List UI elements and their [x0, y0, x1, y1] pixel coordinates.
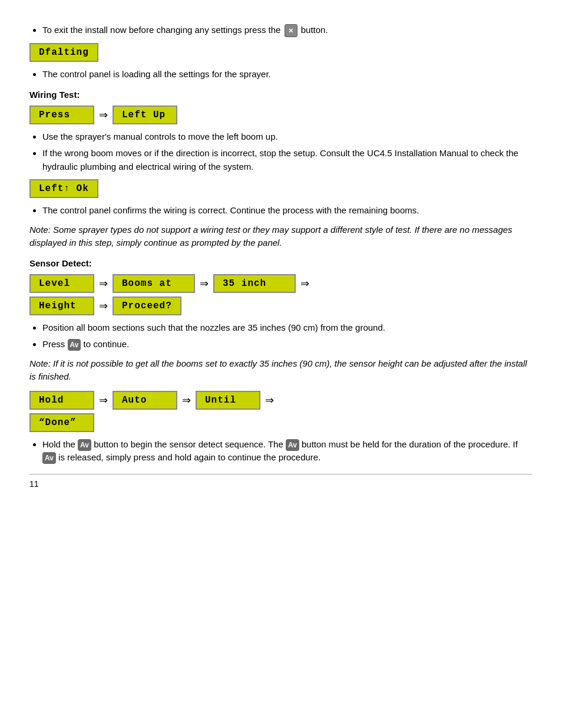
- lcd-booms-at: Booms at: [113, 274, 195, 293]
- bullet-confirms-wiring: The control panel confirms the wiring is…: [42, 204, 533, 218]
- arrow-icon-4: ⇒: [300, 277, 309, 290]
- lcd-left-up: Left Up: [113, 106, 177, 124]
- page-divider: [29, 474, 533, 475]
- lcd-35-inch: 35 inch: [213, 274, 296, 293]
- sensor-detect-heading: Sensor Detect:: [29, 258, 533, 268]
- page-number: 11: [29, 479, 533, 489]
- lcd-until: Until: [196, 391, 260, 410]
- bullet-press-av: Press Av to continue.: [42, 338, 533, 351]
- arrow-icon-2: ⇒: [99, 277, 108, 290]
- arrow-icon-7: ⇒: [182, 394, 191, 407]
- av-button-icon-3: Av: [286, 439, 299, 451]
- cancel-icon: ✕: [285, 24, 297, 37]
- bullet-exit-install: To exit the install now before changing …: [42, 24, 533, 37]
- av-button-icon-4: Av: [42, 452, 56, 464]
- arrow-icon-5: ⇒: [99, 299, 108, 312]
- wiring-test-lcd: Press ⇒ Left Up: [29, 106, 533, 124]
- bullet-wrong-boom: If the wrong boom moves or if the direct…: [42, 147, 533, 173]
- lcd-dfalting-row: Dfalting: [29, 43, 533, 62]
- hold-auto-until-lcd: Hold ⇒ Auto ⇒ Until ⇒ “Done”: [29, 391, 533, 432]
- left-ok-lcd: Left↑ Ok: [29, 179, 533, 198]
- lcd-dfalting: Dfalting: [29, 43, 98, 62]
- av-button-icon: Av: [68, 339, 81, 351]
- sensor-detect-lcd: Level ⇒ Booms at ⇒ 35 inch ⇒ Height ⇒ Pr…: [29, 274, 533, 315]
- lcd-auto: Auto: [113, 391, 177, 410]
- lcd-left-ok: Left↑ Ok: [29, 179, 98, 198]
- lcd-proceed: Proceed?: [113, 297, 181, 315]
- av-button-icon-2: Av: [78, 439, 91, 451]
- arrow-icon-8: ⇒: [265, 394, 274, 407]
- bullet-manual-controls: Use the sprayer's manual controls to mov…: [42, 130, 533, 144]
- wiring-test-heading: Wiring Test:: [29, 90, 533, 100]
- lcd-height: Height: [29, 297, 94, 315]
- bullet-loading-settings: The control panel is loading all the set…: [42, 68, 533, 81]
- arrow-icon-6: ⇒: [99, 394, 108, 407]
- lcd-level: Level: [29, 274, 94, 293]
- lcd-press: Press: [29, 106, 94, 124]
- wiring-note: Note: Some sprayer types do not support …: [29, 223, 533, 250]
- lcd-hold: Hold: [29, 391, 94, 410]
- sensor-note: Note: If it is not possible to get all t…: [29, 357, 533, 384]
- bullet-hold-av: Hold the Av button to begin the sensor d…: [42, 438, 533, 465]
- bullet-position-booms: Position all boom sections such that the…: [42, 321, 533, 335]
- lcd-done: “Done”: [29, 413, 94, 432]
- arrow-icon-3: ⇒: [200, 277, 209, 290]
- arrow-icon-1: ⇒: [99, 108, 108, 121]
